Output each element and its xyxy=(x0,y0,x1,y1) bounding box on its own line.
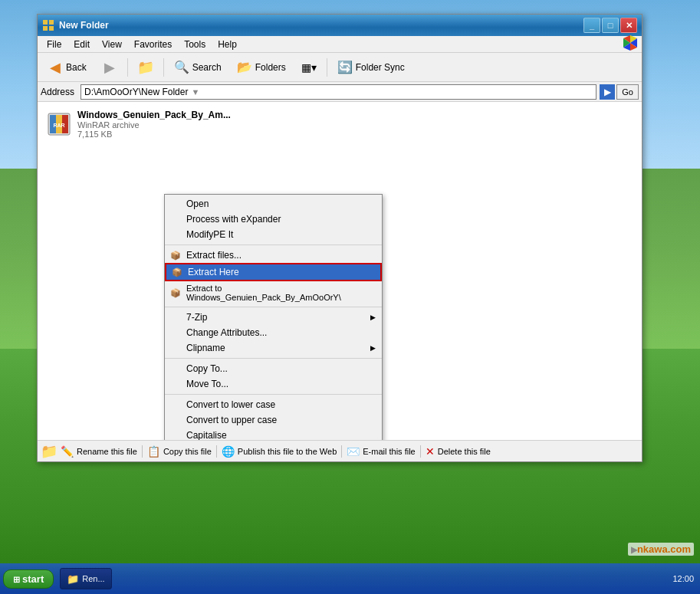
ctx-copy-to[interactable]: Copy To... xyxy=(165,361,382,376)
folders-label: Folders xyxy=(255,62,286,73)
menu-favorites[interactable]: Favorites xyxy=(128,38,178,51)
status-bar: 📁 ✏️ Rename this file 📋 Copy this file 🌐… xyxy=(38,440,642,461)
forward-button[interactable]: ▶ xyxy=(95,56,124,79)
ctx-extract-to-label: Extract to Windows_Genuien_Pack_By_AmOoO… xyxy=(186,284,366,302)
ctx-open-label: Open xyxy=(186,199,209,209)
file-type: WinRAR archive xyxy=(77,120,231,130)
search-icon: 🔍 xyxy=(174,60,189,75)
rename-icon: ✏️ xyxy=(61,445,74,458)
taskbar-right: 12:00 xyxy=(672,574,697,583)
taskbar-icon: 📁 xyxy=(67,573,79,585)
folders-up-button[interactable]: 📁 xyxy=(131,56,160,79)
title-bar-buttons: _ □ ✕ xyxy=(583,18,637,33)
file-info: Windows_Genuien_Pack_By_Am... WinRAR arc… xyxy=(77,110,231,139)
maximize-button[interactable]: □ xyxy=(602,18,619,33)
taskbar: ⊞ start 📁 Ren... 12:00 xyxy=(0,563,700,594)
file-size: 7,115 KB xyxy=(77,130,231,139)
ctx-extract-files[interactable]: 📦 Extract files... xyxy=(165,248,382,263)
start-icon: ⊞ xyxy=(13,575,22,584)
search-button[interactable]: 🔍 Search xyxy=(167,56,228,79)
copy-icon: 📋 xyxy=(147,445,160,458)
publish-label: Publish this file to the Web xyxy=(238,447,337,456)
folder-sync-icon: 🔄 xyxy=(337,60,353,75)
start-button[interactable]: ⊞ start xyxy=(3,569,54,589)
taskbar-title: Ren... xyxy=(82,574,104,583)
ctx-lower-case-label: Convert to lower case xyxy=(186,399,275,410)
forward-icon: ▶ xyxy=(102,60,117,75)
ctx-modify-pe[interactable]: ModifyPE It xyxy=(165,227,382,242)
ctx-copy-to-label: Copy To... xyxy=(186,363,228,374)
ctx-lower-case[interactable]: Convert to lower case xyxy=(165,397,382,412)
back-button[interactable]: ◀ Back xyxy=(41,56,94,79)
views-button[interactable]: ▦▾ xyxy=(294,56,324,79)
ctx-capitalise[interactable]: Capitalise xyxy=(165,428,382,440)
explorer-window: New Folder _ □ ✕ File Edit View Favorite… xyxy=(37,14,642,462)
ctx-process-expander[interactable]: Process with eXpander xyxy=(165,212,382,227)
go-button[interactable]: Go xyxy=(616,84,639,100)
ctx-extract-files-label: Extract files... xyxy=(186,250,242,261)
ctx-upper-case[interactable]: Convert to upper case xyxy=(165,412,382,428)
ctx-7zip[interactable]: 7-Zip xyxy=(165,310,382,325)
ctx-move-to-label: Move To... xyxy=(186,379,228,389)
status-copy[interactable]: 📋 Copy this file xyxy=(147,445,212,458)
window-title: New Folder xyxy=(59,20,583,31)
title-bar: New Folder _ □ ✕ xyxy=(38,15,642,36)
file-name: Windows_Genuien_Pack_By_Am... xyxy=(77,110,231,120)
email-icon: ✉️ xyxy=(347,445,360,458)
taskbar-explorer-item[interactable]: 📁 Ren... xyxy=(60,568,111,589)
minimize-button[interactable]: _ xyxy=(583,18,600,33)
search-label: Search xyxy=(192,62,222,73)
menu-file[interactable]: File xyxy=(41,38,67,51)
ctx-upper-case-label: Convert to upper case xyxy=(186,415,277,425)
folder-sync-button[interactable]: 🔄 Folder Sync xyxy=(330,56,412,79)
back-label: Back xyxy=(66,62,87,73)
close-button[interactable]: ✕ xyxy=(620,18,637,33)
menu-tools[interactable]: Tools xyxy=(178,38,212,51)
ctx-sep-4 xyxy=(165,394,382,395)
ctx-modify-label: ModifyPE It xyxy=(186,229,233,240)
status-sep-2 xyxy=(216,445,217,458)
ctx-change-attributes[interactable]: Change Attributes... xyxy=(165,325,382,340)
ctx-7zip-label: 7-Zip xyxy=(186,312,207,323)
context-menu: Open Process with eXpander ModifyPE It 📦… xyxy=(164,194,383,440)
ctx-process-label: Process with eXpander xyxy=(186,214,281,225)
menu-view[interactable]: View xyxy=(96,38,128,51)
ctx-sep-2 xyxy=(165,307,382,307)
back-icon: ◀ xyxy=(48,60,63,75)
views-icon: ▦▾ xyxy=(301,60,317,75)
taskbar-time: 12:00 xyxy=(672,574,694,583)
rename-label: Rename this file xyxy=(77,447,137,456)
toolbar-sep-3 xyxy=(327,58,327,77)
ctx-sep-3 xyxy=(165,358,382,359)
status-email[interactable]: ✉️ E-mail this file xyxy=(347,445,415,458)
status-publish[interactable]: 🌐 Publish this file to the Web xyxy=(222,445,337,458)
ctx-extract-to[interactable]: 📦 Extract to Windows_Genuien_Pack_By_AmO… xyxy=(165,281,382,304)
ctx-move-to[interactable]: Move To... xyxy=(165,376,382,392)
address-go-arrow[interactable]: ▶ xyxy=(600,84,615,100)
folders-button[interactable]: 📂 Folders xyxy=(230,56,293,79)
rename-taskbar-label: Ren xyxy=(82,574,97,583)
ctx-change-attr-label: Change Attributes... xyxy=(186,327,267,338)
address-label: Address xyxy=(41,87,77,97)
publish-icon: 🌐 xyxy=(222,445,235,458)
xp-logo-icon xyxy=(622,34,639,51)
status-rename[interactable]: ✏️ Rename this file xyxy=(61,445,137,458)
address-value: D:\AmOoOrY\New Folder xyxy=(84,87,188,97)
status-sep-3 xyxy=(341,445,342,458)
svg-rect-3 xyxy=(49,26,54,31)
ctx-open[interactable]: Open xyxy=(165,196,382,212)
menu-help[interactable]: Help xyxy=(212,38,243,51)
status-sep-4 xyxy=(420,445,421,458)
folder-sync-label: Folder Sync xyxy=(356,62,405,73)
address-bar: Address D:\AmOoOrY\New Folder ▼ ▶ Go xyxy=(38,82,642,102)
ctx-capitalise-label: Capitalise xyxy=(186,430,227,440)
address-input[interactable]: D:\AmOoOrY\New Folder ▼ xyxy=(81,84,596,100)
svg-text:RAR: RAR xyxy=(53,123,64,128)
ctx-clipname[interactable]: Clipname xyxy=(165,340,382,356)
file-item[interactable]: RAR Windows_Genuien_Pack_By_Am... WinRAR… xyxy=(44,108,636,140)
menu-edit[interactable]: Edit xyxy=(67,38,96,51)
status-delete[interactable]: ✕ Delete this file xyxy=(426,445,491,458)
menu-bar: File Edit View Favorites Tools Help xyxy=(38,36,642,53)
ctx-extract-here[interactable]: 📦 Extract Here xyxy=(165,263,382,281)
folders-icon: 📂 xyxy=(237,60,252,75)
